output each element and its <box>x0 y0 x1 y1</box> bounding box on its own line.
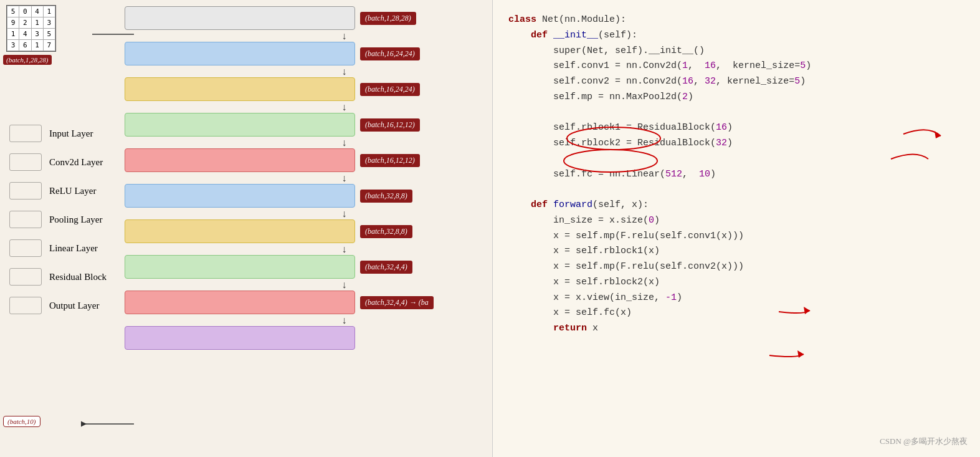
layer-relu-2: (batch,32,8,8) <box>125 219 449 243</box>
code-line-6: self.mp = nn.MaxPool2d(2) <box>508 90 964 105</box>
network-layers: (batch,1,28,28) ↓ (batch,16,24,24) ↓ (ba… <box>125 6 449 351</box>
shape-label-relu2: (batch,32,8,8) <box>360 225 412 238</box>
code-line-15: x = self.mp(F.relu(self.conv1(x))) <box>508 229 964 244</box>
legend-conv2d: Conv2d Layer <box>9 153 107 171</box>
shape-label-relu1: (batch,16,24,24) <box>360 83 420 96</box>
code-line-12 <box>508 182 964 198</box>
input-shape-label: (batch,1,28,28) <box>3 55 52 65</box>
layer-pooling-1: (batch,16,12,12) <box>125 113 449 137</box>
code-line-16: x = self.rblock1(x) <box>508 244 964 259</box>
arrow-6: ↓ <box>240 209 449 219</box>
pooling-bar-2 <box>125 255 355 279</box>
input-bar <box>125 6 355 30</box>
legend: Input Layer Conv2d Layer ReLU Layer Pool… <box>9 125 107 314</box>
code-line-7 <box>508 105 964 121</box>
layer-relu-1: (batch,16,24,24) <box>125 77 449 101</box>
arrow-7: ↓ <box>240 244 449 254</box>
legend-label-relu: ReLU Layer <box>49 186 96 196</box>
legend-relu: ReLU Layer <box>9 182 107 200</box>
arrow-9: ↓ <box>240 315 449 325</box>
legend-label-output: Output Layer <box>49 301 99 311</box>
shape-label-res1: (batch,16,12,12) <box>360 154 420 167</box>
input-grid: 5041 9213 1435 3617 <box>6 5 56 52</box>
legend-label-input: Input Layer <box>49 128 93 139</box>
legend-input: Input Layer <box>9 125 107 142</box>
code-line-4: self.conv1 = nn.Conv2d(1, 16, kernel_siz… <box>508 59 964 74</box>
relu-bar-2 <box>125 219 355 243</box>
legend-box-relu <box>9 182 42 200</box>
diagram-panel: 5041 9213 1435 3617 (batch,1,28,28) (bat… <box>0 0 492 457</box>
shape-label-pool2: (batch,32,4,4) <box>360 261 412 274</box>
code-line-3: super(Net, self).__init__() <box>508 44 964 59</box>
code-line-14: in_size = x.size(0) <box>508 213 964 229</box>
legend-label-pooling: Pooling Layer <box>49 214 102 225</box>
legend-pooling: Pooling Layer <box>9 211 107 228</box>
legend-residual: Residual Block <box>9 268 107 286</box>
conv2d-bar-2 <box>125 184 355 208</box>
output-shape-label: (batch,10) <box>3 416 40 427</box>
layer-residual-1: (batch,16,12,12) <box>125 148 449 172</box>
code-line-9: self.rblock2 = ResidualBlock(32) <box>508 136 964 152</box>
code-panel: class Net(nn.Module): def __init__(self)… <box>492 0 980 457</box>
code-line-10 <box>508 152 964 167</box>
legend-label-conv2d: Conv2d Layer <box>49 157 103 168</box>
shape-label-pool1: (batch,16,12,12) <box>360 118 420 132</box>
legend-box-residual <box>9 268 42 286</box>
layer-pooling-2: (batch,32,4,4) <box>125 255 449 279</box>
shape-label-conv2: (batch,32,8,8) <box>360 190 412 203</box>
layer-residual-2: (batch,32,4,4) → (ba <box>125 291 449 314</box>
residual-bar-2 <box>125 291 355 314</box>
relu-bar-1 <box>125 77 355 101</box>
shape-label-res2: (batch,32,4,4) → (ba <box>360 296 434 309</box>
layer-conv2d-2: (batch,32,8,8) <box>125 184 449 208</box>
layer-input: (batch,1,28,28) <box>125 6 449 30</box>
arrow-3: ↓ <box>240 102 449 112</box>
svg-marker-6 <box>797 350 804 358</box>
legend-box-output <box>9 297 42 314</box>
legend-label-residual: Residual Block <box>49 272 107 282</box>
code-line-11: self.fc = nn.Linear(512, 10) <box>508 167 964 183</box>
legend-box-input <box>9 125 42 142</box>
watermark: CSDN @多喝开水少熬夜 <box>880 435 968 448</box>
code-line-1: class Net(nn.Module): <box>508 12 964 28</box>
shape-label-input: (batch,1,28,28) <box>360 12 416 25</box>
conv2d-bar-1 <box>125 42 355 65</box>
linear-bar <box>125 326 355 350</box>
arrow-2: ↓ <box>240 67 449 77</box>
shape-label-conv1: (batch,16,24,24) <box>360 47 420 60</box>
code-content: class Net(nn.Module): def __init__(self)… <box>508 12 964 337</box>
code-line-8: self.rblock1 = ResidualBlock(16) <box>508 120 964 136</box>
arrow-5: ↓ <box>240 173 449 183</box>
arrow-8: ↓ <box>240 280 449 290</box>
code-line-5: self.conv2 = nn.Conv2d(16, 32, kernel_si… <box>508 74 964 90</box>
code-line-13: def forward(self, x): <box>508 198 964 213</box>
legend-label-linear: Linear Layer <box>49 243 98 254</box>
legend-box-conv2d <box>9 153 42 171</box>
pooling-bar-1 <box>125 113 355 137</box>
legend-linear: Linear Layer <box>9 239 107 257</box>
code-line-2: def __init__(self): <box>508 28 964 44</box>
code-line-20: x = self.fc(x) <box>508 305 964 321</box>
legend-output: Output Layer <box>9 297 107 314</box>
legend-box-linear <box>9 239 42 257</box>
code-line-19: x = x.view(in_size, -1) <box>508 291 964 306</box>
code-line-18: x = self.rblock2(x) <box>508 275 964 291</box>
code-line-21: return x <box>508 321 964 337</box>
residual-bar-1 <box>125 148 355 172</box>
code-line-17: x = self.mp(F.relu(self.conv2(x))) <box>508 259 964 275</box>
layer-conv2d-1: (batch,16,24,24) <box>125 42 449 65</box>
layer-linear <box>125 326 449 350</box>
arrow-1: ↓ <box>240 31 449 41</box>
legend-box-pooling <box>9 211 42 228</box>
arrow-4: ↓ <box>240 138 449 148</box>
